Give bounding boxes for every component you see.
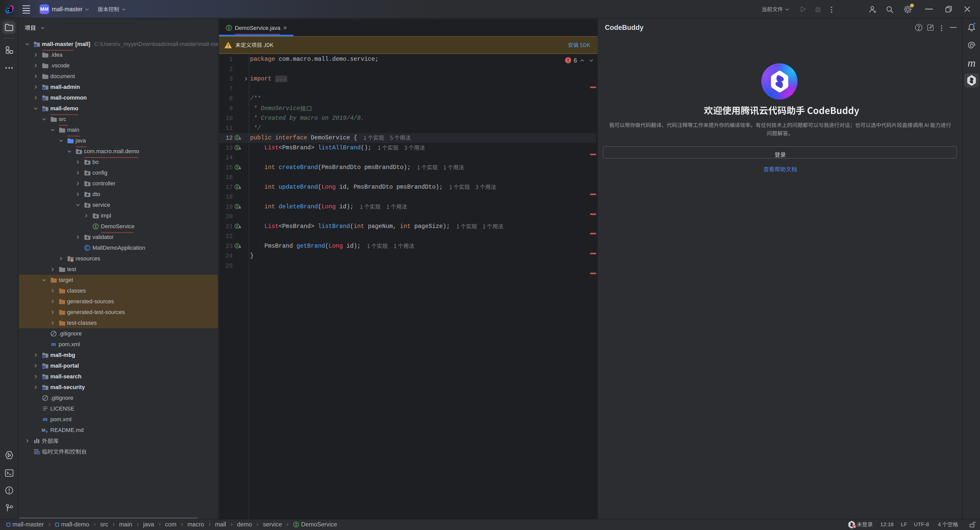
svg-text:IJ: IJ xyxy=(7,7,10,10)
svg-text:M: M xyxy=(41,428,45,433)
